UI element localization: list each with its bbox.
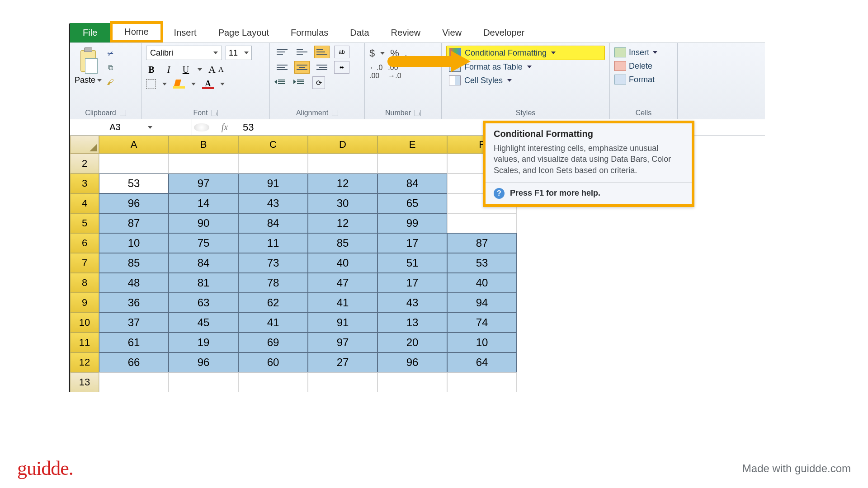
align-bottom-button[interactable]	[314, 46, 330, 58]
insert-cells-button[interactable]: Insert	[614, 46, 673, 59]
cell[interactable]: 96	[99, 193, 169, 213]
column-header[interactable]: B	[169, 136, 238, 154]
cell[interactable]: 61	[99, 333, 169, 352]
cell[interactable]: 12	[308, 174, 377, 193]
alignment-dialog-launcher[interactable]	[332, 110, 338, 116]
row-header[interactable]: 9	[70, 293, 99, 313]
cell[interactable]: 97	[169, 174, 238, 193]
cell[interactable]: 53	[447, 253, 517, 273]
cell[interactable]: 17	[377, 273, 447, 293]
row-header[interactable]: 3	[70, 174, 99, 193]
cell[interactable]: 78	[238, 273, 308, 293]
cell[interactable]	[377, 372, 447, 392]
format-cells-button[interactable]: Format	[614, 73, 673, 86]
font-color-button[interactable]: A	[202, 79, 214, 89]
cell[interactable]: 13	[377, 313, 447, 333]
wrap-text-button[interactable]: ab	[334, 46, 349, 58]
cell[interactable]: 96	[377, 352, 447, 372]
italic-button[interactable]: I	[163, 65, 174, 75]
select-all-corner[interactable]	[70, 136, 99, 154]
row-header[interactable]: 8	[70, 273, 99, 293]
row-header[interactable]: 10	[70, 313, 99, 333]
cell[interactable]	[377, 154, 447, 174]
cell[interactable]: 65	[377, 193, 447, 213]
row-header[interactable]: 13	[70, 372, 99, 392]
cell[interactable]: 75	[169, 233, 238, 253]
name-box-dropdown-icon[interactable]	[148, 126, 152, 129]
tab-review[interactable]: Review	[380, 23, 432, 42]
cell[interactable]: 74	[447, 313, 517, 333]
accounting-format-button[interactable]: $	[369, 47, 375, 59]
grow-font-button[interactable]: A	[208, 64, 216, 75]
tab-view[interactable]: View	[431, 23, 472, 42]
cell[interactable]: 91	[308, 313, 377, 333]
underline-dropdown-icon[interactable]	[198, 68, 202, 71]
fill-dropdown-icon[interactable]	[191, 83, 196, 85]
row-header[interactable]: 2	[70, 154, 99, 174]
cell[interactable]: 85	[308, 233, 377, 253]
increase-indent-button[interactable]	[293, 76, 308, 87]
format-painter-icon[interactable]: 🖌	[105, 77, 115, 87]
cell[interactable]	[99, 154, 169, 174]
row-header[interactable]: 5	[70, 213, 99, 233]
paste-button[interactable]: Paste	[75, 75, 95, 85]
cell[interactable]: 84	[238, 213, 308, 233]
row-header[interactable]: 4	[70, 193, 99, 213]
cell[interactable]	[308, 372, 377, 392]
cell[interactable]: 48	[99, 273, 169, 293]
row-header[interactable]: 12	[70, 352, 99, 372]
cell[interactable]: 43	[238, 193, 308, 213]
fontcolor-dropdown-icon[interactable]	[220, 83, 225, 85]
tab-file[interactable]: File	[70, 23, 110, 42]
cell[interactable]: 87	[447, 233, 517, 253]
cell[interactable]: 81	[169, 273, 238, 293]
shrink-font-button[interactable]: A	[218, 66, 224, 77]
align-left-button[interactable]	[274, 61, 290, 74]
cell[interactable]: 64	[447, 352, 517, 372]
column-header[interactable]: E	[377, 136, 447, 154]
cell[interactable]: 90	[169, 213, 238, 233]
cell[interactable]: 66	[99, 352, 169, 372]
decrease-indent-button[interactable]	[274, 76, 289, 87]
cell[interactable]: 36	[99, 293, 169, 313]
cell[interactable]: 14	[169, 193, 238, 213]
row-header[interactable]: 6	[70, 233, 99, 253]
row-header[interactable]: 7	[70, 253, 99, 273]
cell[interactable]: 91	[238, 174, 308, 193]
cell[interactable]	[169, 372, 238, 392]
cell[interactable]	[308, 154, 377, 174]
cell[interactable]: 85	[99, 253, 169, 273]
cell[interactable]: 45	[169, 313, 238, 333]
cell[interactable]: 20	[377, 333, 447, 352]
orientation-button[interactable]: ⟳	[312, 76, 325, 89]
paste-dropdown-icon[interactable]	[97, 79, 102, 82]
number-dialog-launcher[interactable]	[415, 110, 421, 116]
name-box[interactable]: A3	[70, 119, 192, 135]
cell[interactable]: 87	[99, 213, 169, 233]
cell[interactable]	[99, 372, 169, 392]
increase-decimal-button[interactable]: ←.0.00	[369, 64, 382, 80]
bold-button[interactable]: B	[146, 65, 157, 75]
cell[interactable]: 40	[447, 273, 517, 293]
align-center-button[interactable]	[294, 61, 310, 74]
tab-formulas[interactable]: Formulas	[280, 23, 339, 42]
cell[interactable]: 53	[99, 174, 169, 193]
tab-insert[interactable]: Insert	[163, 23, 208, 42]
cell[interactable]: 40	[308, 253, 377, 273]
cell[interactable]: 97	[308, 333, 377, 352]
cell[interactable]: 12	[308, 213, 377, 233]
font-size-select[interactable]: 11	[226, 46, 252, 60]
column-header[interactable]: A	[99, 136, 169, 154]
borders-button[interactable]	[146, 79, 156, 89]
align-top-button[interactable]	[274, 46, 290, 58]
column-header[interactable]: C	[238, 136, 308, 154]
cell[interactable]	[447, 372, 517, 392]
cell[interactable]: 73	[238, 253, 308, 273]
copy-icon[interactable]: ⧉	[105, 63, 115, 73]
cell[interactable]	[238, 372, 308, 392]
cell[interactable]: 10	[99, 233, 169, 253]
cell[interactable]: 37	[99, 313, 169, 333]
cut-icon[interactable]: ✂	[104, 47, 117, 60]
cell[interactable]	[169, 154, 238, 174]
tab-page-layout[interactable]: Page Layout	[208, 23, 280, 42]
